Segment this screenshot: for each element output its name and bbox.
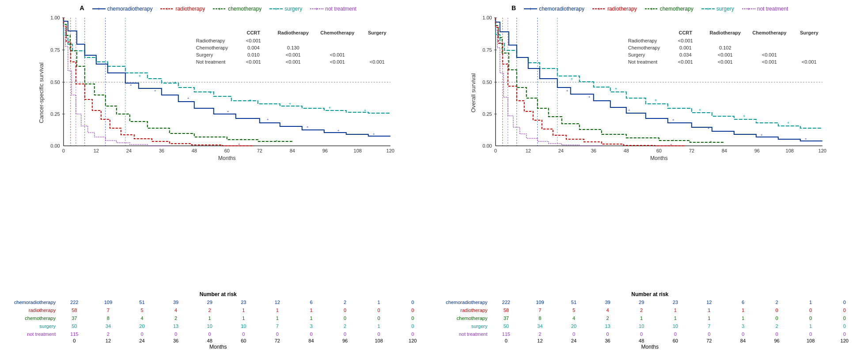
svg-text:<0.001: <0.001 — [286, 59, 301, 65]
svg-text:+: + — [650, 7, 653, 11]
svg-text:+: + — [707, 7, 709, 11]
svg-text:60: 60 — [656, 148, 661, 153]
svg-text:+: + — [570, 77, 572, 81]
panel-b-label: B — [512, 4, 516, 11]
svg-text:0.75: 0.75 — [482, 47, 492, 53]
risk-row-chemotherapy-b: chemotherapy 37 8 4 2 1 1 1 1 0 0 0 — [439, 314, 862, 322]
legend-b: B + chemoradiotherapy + radiotherapy + c… — [439, 4, 862, 12]
legend-item-nottreatment-b: + not treatment — [742, 6, 788, 12]
svg-text:<0.001: <0.001 — [717, 52, 732, 57]
risk-row-radiotherapy-a: radiotherapy 58 7 5 4 2 1 1 1 0 0 0 — [7, 306, 430, 314]
legend-label-surgery-a: surgery — [284, 6, 302, 12]
risk-table-a: Number at risk chemoradiotherapy 222 109… — [7, 291, 430, 350]
svg-text:24: 24 — [126, 148, 132, 153]
legend-item-surgery-b: + surgery — [701, 6, 734, 12]
svg-text:1.00: 1.00 — [50, 15, 60, 20]
panel-a-label: A — [80, 4, 84, 11]
svg-text:Chemotherapy: Chemotherapy — [628, 45, 660, 50]
legend-label-surgery-b: surgery — [716, 6, 734, 12]
legend-item-chemoradiotherapy-a: + chemoradiotherapy — [92, 6, 153, 12]
svg-text:Surgery: Surgery — [628, 52, 645, 57]
svg-text:0.50: 0.50 — [50, 80, 60, 85]
legend-label-chemotherapy-a: chemotherapy — [228, 6, 262, 12]
main-content: A + chemoradiotherapy + radiotherapy + c… — [0, 0, 868, 350]
svg-text:+: + — [240, 137, 243, 141]
panel-b: B + chemoradiotherapy + radiotherapy + c… — [434, 4, 866, 350]
risk-label-radiotherapy-b: radiotherapy — [439, 308, 489, 313]
legend-label-nottreatment-b: not treatment — [757, 6, 788, 12]
legend-label-radiotherapy-a: radiotherapy — [175, 6, 205, 12]
svg-text:+: + — [238, 142, 240, 146]
svg-text:+: + — [654, 98, 656, 103]
risk-row-chemoradiotherapy-a: chemoradiotherapy 222 109 51 39 29 23 12… — [7, 298, 430, 306]
svg-text:120: 120 — [818, 148, 826, 153]
svg-text:+: + — [529, 7, 532, 11]
svg-text:+: + — [672, 118, 674, 122]
svg-text:Not treatment: Not treatment — [196, 59, 226, 65]
svg-text:+: + — [364, 108, 366, 113]
svg-text:24: 24 — [558, 148, 563, 153]
svg-text:+: + — [588, 95, 590, 99]
svg-text:+: + — [275, 7, 277, 11]
svg-text:CCRT: CCRT — [246, 30, 260, 35]
legend-label-radiotherapy-b: radiotherapy — [607, 6, 637, 12]
svg-text:0.004: 0.004 — [247, 45, 260, 50]
risk-axis-b: 0 12 24 36 48 60 72 84 96 108 120 — [489, 338, 862, 343]
risk-row-nottreatment-a: not treatment 115 2 0 0 0 0 0 0 0 0 0 — [7, 330, 430, 338]
svg-text:+: + — [276, 139, 278, 143]
svg-text:+: + — [139, 74, 141, 78]
legend-a: A + chemoradiotherapy + radiotherapy + c… — [7, 4, 430, 12]
svg-text:108: 108 — [785, 148, 793, 153]
svg-text:+: + — [187, 96, 190, 100]
svg-text:0.75: 0.75 — [50, 47, 60, 53]
svg-text:+: + — [672, 138, 674, 142]
y-axis-label-a: Cancer-specific survival — [38, 62, 45, 123]
legend-item-chemoradiotherapy-b: + chemoradiotherapy — [524, 6, 584, 12]
svg-text:+: + — [249, 98, 251, 103]
svg-text:0: 0 — [62, 148, 65, 153]
svg-text:96: 96 — [322, 148, 328, 153]
svg-text:<0.001: <0.001 — [286, 52, 301, 57]
svg-text:+: + — [337, 129, 340, 133]
svg-text:+: + — [707, 126, 709, 130]
svg-text:+: + — [747, 7, 750, 11]
risk-values-chemoradiotherapy-a: 222 109 51 39 29 23 12 6 2 1 0 — [57, 300, 430, 305]
svg-text:<0.001: <0.001 — [762, 52, 777, 57]
svg-text:0.50: 0.50 — [482, 80, 492, 85]
svg-text:+: + — [670, 143, 672, 147]
svg-text:Not treatment: Not treatment — [628, 59, 657, 65]
risk-row-chemotherapy-a: chemotherapy 37 8 4 2 1 1 1 1 0 0 0 — [7, 314, 430, 322]
svg-text:72: 72 — [689, 148, 694, 153]
svg-text:+: + — [628, 108, 630, 112]
svg-text:<0.001: <0.001 — [330, 52, 345, 57]
risk-table-b: Number at risk chemoradiotherapy 222 109… — [439, 291, 862, 350]
risk-label-chemoradiotherapy-b: chemoradiotherapy — [439, 300, 489, 305]
svg-text:0.00: 0.00 — [50, 143, 60, 148]
svg-text:<0.001: <0.001 — [717, 59, 732, 65]
svg-text:Radiotherapy: Radiotherapy — [628, 38, 657, 43]
svg-text:36: 36 — [159, 148, 164, 153]
svg-text:+: + — [166, 7, 169, 11]
legend-item-chemotherapy-a: + chemotherapy — [213, 6, 262, 12]
svg-text:+: + — [698, 108, 701, 112]
svg-text:108: 108 — [354, 148, 362, 153]
svg-text:48: 48 — [623, 148, 629, 153]
svg-text:Radiotherapy: Radiotherapy — [709, 30, 741, 35]
svg-text:96: 96 — [754, 148, 759, 153]
svg-text:+: + — [329, 106, 331, 110]
svg-text:+: + — [709, 140, 712, 144]
risk-table-title-b: Number at risk — [439, 291, 862, 297]
svg-text:0.00: 0.00 — [482, 143, 492, 148]
svg-text:+: + — [154, 89, 156, 93]
svg-text:36: 36 — [591, 148, 596, 153]
legend-item-radiotherapy-a: + radiotherapy — [160, 6, 205, 12]
legend-item-chemotherapy-b: + chemotherapy — [645, 6, 694, 12]
risk-row-chemoradiotherapy-b: chemoradiotherapy 222 109 51 39 29 23 12… — [439, 298, 862, 306]
svg-text:+: + — [174, 80, 176, 85]
chart-area-b: Overall survival 1.00 0.75 0.50 0.25 0.0… — [439, 13, 862, 290]
svg-text:+: + — [307, 125, 309, 129]
x-axis-label-b: Months — [650, 155, 667, 161]
risk-months-label-b: Months — [439, 344, 862, 350]
svg-text:Chemotherapy: Chemotherapy — [196, 45, 228, 50]
svg-text:+: + — [760, 133, 762, 137]
